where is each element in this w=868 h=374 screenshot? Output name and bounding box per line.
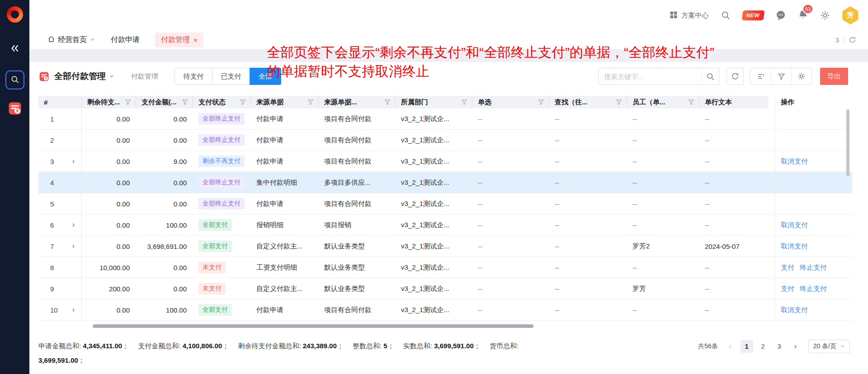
cell-actions: 取消支付 [775,215,852,235]
expand-cell [66,108,82,129]
action-link[interactable]: 取消支付 [781,242,808,251]
column-settings-icon[interactable] [750,68,771,84]
action-link[interactable]: 取消支付 [781,306,808,314]
content-area: ¥ 全部付款管理 付款管理 待支付 已支付 全部 [29,67,868,368]
filter-icon[interactable] [240,99,246,105]
column-header-7[interactable]: 所属部门 [396,96,472,108]
total-segment: 申请金额总和: 4,345,411.00； [38,342,136,350]
action-link[interactable]: 终止支付 [800,285,827,293]
column-header-label: 操作 [781,98,794,107]
gear-icon[interactable] [791,68,811,84]
filter-tab-paid[interactable]: 已支付 [212,68,250,85]
message-icon[interactable] [775,10,786,21]
table-row-3[interactable]: 30.009.00剩余不再支付付款申请项目有合同付款v3_2_1测试企...--… [38,151,852,172]
page-size-select[interactable]: 20 条/页 [808,340,850,353]
horizontal-scrollbar[interactable] [93,324,533,328]
sidebar-search-item[interactable] [5,70,24,89]
column-header-10[interactable]: 员工（单... [627,96,699,108]
cell-radio: -- [472,151,549,172]
table-row-4[interactable]: 40.000.00全部终止支付集中付款明细多项目多供应...v3_2_1测试企.… [38,172,852,193]
page-2[interactable]: 2 [757,340,769,353]
cell-employee: -- [627,108,699,129]
column-header-9[interactable]: 查找（往... [549,96,627,108]
vertical-scrollbar[interactable] [846,109,849,176]
cell-payment-status: 剩余不再支付 [193,151,251,172]
chevron-down-icon[interactable] [108,73,115,79]
avatar[interactable]: 芳 [842,6,859,24]
cell-source-doc: 报销明细 [251,215,319,235]
column-header-6[interactable]: 来源单据... [319,96,396,108]
sidebar-item-payment-app[interactable]: ¥ [6,100,24,117]
gear-icon[interactable] [820,10,830,20]
cell-remaining-amount: 0.00 [82,193,136,214]
prev-page-button[interactable] [724,340,737,353]
table-row-1[interactable]: 10.000.00全部终止支付付款申请项目有合同付款v3_2_1测试企...--… [38,108,852,130]
table-row-8[interactable]: 810,000.000.00未支付工资支付明细默认业务类型v3_2_1测试企..… [38,257,852,278]
cell-lookup: -- [549,257,627,278]
refresh-icon[interactable] [726,68,744,85]
filter-tab-all[interactable]: 全部 [250,68,281,85]
solution-center-button[interactable]: 方案中心 [669,10,709,21]
column-header-12: 操作 [775,96,852,108]
tab-payment-request[interactable]: 付款申请 [111,35,140,45]
cell-source-type: 默认业务类型 [319,236,396,257]
cell-payment-amount: 0.00 [136,172,193,193]
cell-payment-status: 未支付 [193,278,251,299]
expand-icon[interactable] [71,159,76,164]
global-search-icon[interactable] [721,10,731,20]
search-input[interactable] [599,73,702,80]
refresh-tab-icon[interactable] [849,36,856,44]
action-link[interactable]: 支付 [781,285,794,293]
filter-icon[interactable] [616,99,622,105]
page-3[interactable]: 3 [773,340,786,353]
filter-icon[interactable] [182,99,188,105]
filter-icon[interactable] [771,68,791,84]
table-row-10[interactable]: 100.00100.00全部支付付款申请项目有合同付款v3_2_1测试企...-… [38,299,852,321]
expand-icon[interactable] [71,243,76,249]
table-row-7[interactable]: 70.003,698,691.00全部支付自定义付款主...默认业务类型v3_2… [38,236,852,257]
column-header-8[interactable]: 单选 [472,96,549,108]
filter-icon[interactable] [461,99,467,105]
expand-icon[interactable] [71,222,76,228]
table-row-6[interactable]: 60.00100.00全部支付报销明细项目报销v3_2_1测试企...-----… [38,215,852,236]
filter-tab-pending[interactable]: 待支付 [175,68,212,85]
view-title[interactable]: 全部付款管理 [54,70,106,82]
export-button[interactable]: 导出 [820,68,848,85]
tab-payment-management[interactable]: 付款管理 × [155,33,203,47]
next-page-button[interactable] [789,340,802,353]
close-icon[interactable]: × [193,36,198,44]
app-logo[interactable] [7,6,23,23]
table-row-9[interactable]: 9200.000.00未支付自定义付款主...默认业务类型v3_2_1测试企..… [38,278,852,299]
action-link[interactable]: 终止支付 [800,263,827,272]
filter-icon[interactable] [688,99,694,105]
expand-cell [66,299,82,320]
page-1[interactable]: 1 [741,340,753,353]
column-header-5[interactable]: 来源单据 [251,96,319,108]
notifications-button[interactable]: 93 [798,9,808,21]
action-link[interactable]: 支付 [781,263,794,272]
cell-actions [775,108,852,129]
view-subtitle[interactable]: 付款管理 [131,72,158,81]
filter-icon[interactable] [384,99,391,105]
filter-icon[interactable] [307,99,314,105]
column-header-4[interactable]: 支付状态 [193,96,251,108]
action-link[interactable]: 取消支付 [781,221,808,229]
column-header-3[interactable]: 支付金额(... [136,96,193,108]
column-header-2[interactable]: 剩余待支... [82,96,136,108]
expand-icon[interactable] [71,307,76,313]
collapse-sidebar-icon[interactable] [8,42,22,55]
filter-icon[interactable] [125,99,131,105]
row-number: 5 [38,193,66,214]
table-row-2[interactable]: 20.000.00全部终止支付付款申请项目有合同付款v3_2_1测试企...--… [38,130,852,151]
action-link[interactable]: 取消支付 [781,157,808,166]
tab-label: 付款申请 [111,36,140,43]
footer-bar: 申请金额总和: 4,345,411.00； 支付金额总和: 4,100,806.… [38,339,859,368]
table-row-5[interactable]: 50.000.00全部终止支付付款申请项目有合同付款v3_2_1测试企...--… [38,193,852,215]
cell-remaining-amount: 0.00 [82,108,136,129]
breadcrumb-home[interactable]: 经营首页 [47,35,95,45]
new-badge[interactable]: NEW [741,10,764,20]
cell-payment-amount: 0.00 [136,278,193,299]
search-icon[interactable] [702,68,719,84]
filter-icon[interactable] [538,99,544,105]
total-value: 4,100,806.00 [183,342,222,350]
